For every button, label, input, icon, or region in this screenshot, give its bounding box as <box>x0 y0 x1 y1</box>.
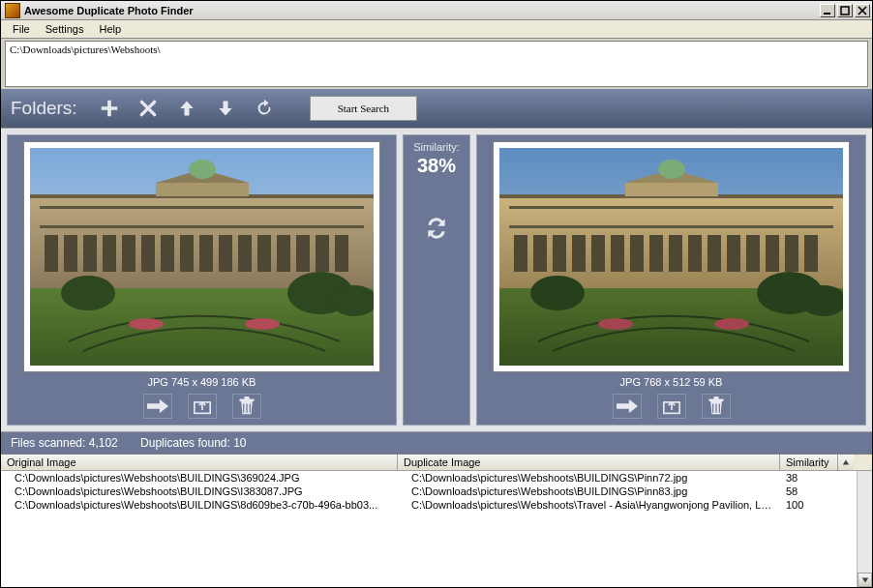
cell-original: C:\Downloads\pictures\Webshoots\BUILDING… <box>1 485 398 498</box>
svg-rect-38 <box>514 235 527 272</box>
original-image-meta: JPG 745 x 499 186 KB <box>148 376 256 388</box>
menu-file[interactable]: File <box>5 21 38 37</box>
folders-toolbar: Folders: Start Search <box>1 89 872 128</box>
svg-rect-47 <box>688 235 702 272</box>
cell-original: C:\Downloads\pictures\Webshoots\BUILDING… <box>1 498 398 512</box>
similarity-value: 38% <box>417 155 456 177</box>
start-search-button[interactable]: Start Search <box>310 96 417 121</box>
remove-folder-button[interactable] <box>135 96 161 121</box>
window-title: Awesome Duplicate Photo Finder <box>24 5 820 16</box>
results-table: Original Image Duplicate Image Similarit… <box>1 454 872 587</box>
original-image <box>30 148 374 366</box>
cell-similarity: 38 <box>780 471 838 485</box>
svg-rect-20 <box>296 235 310 272</box>
svg-rect-9 <box>83 235 97 272</box>
header-duplicate-image[interactable]: Duplicate Image <box>398 455 780 470</box>
svg-rect-5 <box>40 206 364 209</box>
svg-point-27 <box>61 276 115 310</box>
svg-rect-6 <box>40 225 364 228</box>
cell-duplicate: C:\Downloads\pictures\Webshoots\BUILDING… <box>398 485 780 498</box>
svg-rect-18 <box>257 235 271 272</box>
results-scrollbar[interactable] <box>857 471 872 587</box>
menu-bar: File Settings Help <box>1 20 872 39</box>
window-titlebar: Awesome Duplicate Photo Finder <box>1 1 872 20</box>
window-maximize-button[interactable] <box>837 4 853 17</box>
svg-rect-39 <box>533 235 547 272</box>
duplicate-goto-button[interactable] <box>613 394 642 419</box>
duplicate-open-folder-button[interactable] <box>657 394 686 419</box>
svg-point-56 <box>658 160 685 179</box>
table-row[interactable]: C:\Downloads\pictures\Webshoots\BUILDING… <box>1 471 872 485</box>
duplicate-image-frame <box>493 141 850 372</box>
menu-settings[interactable]: Settings <box>38 21 92 37</box>
duplicate-image-meta: JPG 768 x 512 59 KB <box>620 376 723 388</box>
menu-help[interactable]: Help <box>91 21 129 37</box>
status-bar: Files scanned: 4,102 Duplicates found: 1… <box>1 431 872 454</box>
svg-rect-50 <box>746 235 760 272</box>
svg-point-30 <box>129 318 164 330</box>
svg-rect-43 <box>611 235 624 272</box>
svg-rect-13 <box>161 235 174 272</box>
cell-similarity: 100 <box>780 498 838 512</box>
folders-label: Folders: <box>11 98 77 119</box>
results-header-row: Original Image Duplicate Image Similarit… <box>1 455 872 471</box>
cell-duplicate: C:\Downloads\pictures\Webshoots\BUILDING… <box>398 471 780 485</box>
duplicate-delete-button[interactable] <box>702 394 731 419</box>
move-down-button[interactable] <box>213 96 238 121</box>
svg-rect-1 <box>841 7 849 15</box>
svg-rect-42 <box>591 235 605 272</box>
scroll-down-button[interactable] <box>858 573 872 587</box>
duplicate-image-panel: JPG 768 x 512 59 KB <box>476 134 866 426</box>
original-goto-button[interactable] <box>143 394 172 419</box>
refresh-button[interactable] <box>252 96 277 121</box>
files-scanned-label: Files scanned: 4,102 <box>11 436 118 450</box>
svg-rect-40 <box>553 235 566 272</box>
header-similarity[interactable]: Similarity <box>780 455 838 470</box>
table-row[interactable]: C:\Downloads\pictures\Webshoots\BUILDING… <box>1 485 872 498</box>
results-body[interactable]: C:\Downloads\pictures\Webshoots\BUILDING… <box>1 471 872 587</box>
scroll-up-button[interactable] <box>838 455 854 470</box>
svg-point-61 <box>598 318 633 330</box>
svg-rect-21 <box>316 235 329 272</box>
original-image-frame <box>23 141 380 372</box>
original-open-folder-button[interactable] <box>188 394 217 419</box>
svg-rect-10 <box>103 235 116 272</box>
add-folder-button[interactable] <box>97 96 122 121</box>
svg-rect-52 <box>785 235 798 272</box>
svg-rect-12 <box>141 235 155 272</box>
svg-rect-17 <box>238 235 252 272</box>
table-row[interactable]: C:\Downloads\pictures\Webshoots\BUILDING… <box>1 498 872 512</box>
svg-rect-37 <box>509 225 833 228</box>
svg-point-62 <box>714 318 749 330</box>
svg-point-58 <box>530 276 585 310</box>
original-delete-button[interactable] <box>232 394 261 419</box>
svg-rect-36 <box>509 206 833 209</box>
svg-rect-49 <box>727 235 740 272</box>
svg-rect-11 <box>122 235 135 272</box>
cell-original: C:\Downloads\pictures\Webshoots\BUILDING… <box>1 471 398 485</box>
folder-path-value: C:\Downloads\pictures\Webshoots\ <box>10 44 161 55</box>
svg-rect-51 <box>766 235 779 272</box>
svg-rect-16 <box>219 235 232 272</box>
svg-rect-46 <box>669 235 682 272</box>
app-icon <box>5 3 20 18</box>
svg-rect-8 <box>64 235 77 272</box>
window-close-button[interactable] <box>855 4 870 17</box>
svg-rect-44 <box>630 235 644 272</box>
svg-rect-45 <box>649 235 663 272</box>
svg-rect-22 <box>335 235 348 272</box>
svg-rect-14 <box>180 235 194 272</box>
move-up-button[interactable] <box>174 96 199 121</box>
svg-rect-7 <box>45 235 58 272</box>
svg-rect-41 <box>572 235 586 272</box>
window-minimize-button[interactable] <box>820 4 835 17</box>
header-original-image[interactable]: Original Image <box>1 455 398 470</box>
similarity-panel: Similarity: 38% <box>403 134 470 426</box>
similarity-label: Similarity: <box>413 141 460 153</box>
cell-duplicate: C:\Downloads\pictures\Webshoots\Travel -… <box>398 498 780 512</box>
svg-rect-48 <box>707 235 721 272</box>
folder-path-input[interactable]: C:\Downloads\pictures\Webshoots\ <box>5 41 868 87</box>
svg-rect-19 <box>277 235 290 272</box>
svg-rect-53 <box>804 235 818 272</box>
swap-images-button[interactable] <box>424 216 449 243</box>
